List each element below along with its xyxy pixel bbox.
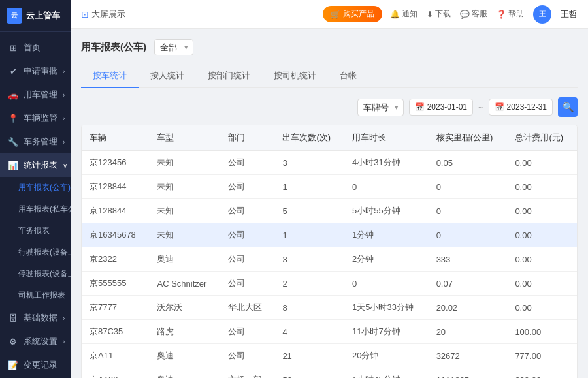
sidebar-item-label: 用车管理 (24, 89, 57, 101)
content: 用车报表(公车) 全部 按车统计 按人统计 按部门统计 按司机统计 台帐 车牌号… (71, 29, 588, 378)
table-row[interactable]: 京16345678未知公司11分钟00.00 (82, 223, 577, 247)
table-cell: 0.00 (507, 151, 577, 175)
table-row[interactable]: 京128844未知公司55小时55分钟00.00 (82, 199, 577, 223)
table-cell: 京87C35 (82, 320, 149, 344)
table-row[interactable]: 京87C35路虎公司411小时7分钟20100.00 (82, 320, 577, 344)
approval-icon: ✔ (8, 67, 18, 76)
download-btn[interactable]: ⬇ 下载 (427, 8, 451, 20)
table-cell: 333 (429, 247, 508, 272)
sidebar-item-car-report-public[interactable]: 用车报表(公车) (0, 177, 71, 198)
notification-btn[interactable]: 🔔 通知 (390, 8, 417, 20)
table-cell: 21 (274, 344, 344, 368)
sidebar-item-statistics[interactable]: 📊 统计报表 ∨ (0, 153, 71, 177)
table-cell: 公司 (220, 223, 274, 247)
sidebar-item-drive-report[interactable]: 行驶报表(设备上传) (0, 242, 71, 263)
sidebar-item-base-data[interactable]: 🗄 基础数据 › (0, 306, 71, 330)
sidebar-item-car-monitor[interactable]: 📍 车辆监管 › (0, 106, 71, 130)
table-cell: 公司 (220, 320, 274, 344)
filter-select-wrap: 全部 (154, 39, 193, 55)
table-cell: 20分钟 (344, 344, 429, 368)
chevron-down-icon: › (63, 138, 65, 146)
table-cell: 1分钟 (344, 223, 429, 247)
filter-date-start[interactable]: 📅 2023-01-01 (409, 99, 473, 116)
table-row[interactable]: 京7777沃尔沃华北大区81天5小时33分钟20.020.00 (82, 296, 577, 320)
search-button[interactable]: 🔍 (558, 97, 578, 117)
table-row[interactable]: 京A123奥迪市场二部561小时45分钟1111805230.00 (82, 368, 577, 379)
topbar-display-label: 大屏展示 (91, 8, 125, 20)
chevron-down-icon: › (63, 315, 65, 322)
table-cell: 路虎 (149, 320, 220, 344)
sidebar-item-sys-settings[interactable]: ⚙ 系统设置 › (0, 330, 71, 353)
sidebar-item-label: 基础数据 (24, 312, 57, 324)
sidebar-item-change-log[interactable]: 📝 变更记录 (0, 353, 71, 377)
chevron-down-icon: › (63, 91, 65, 99)
table-cell: 2 (274, 272, 344, 296)
buy-product-button[interactable]: 🛒 购买产品 (323, 6, 382, 22)
col-duration: 用车时长 (344, 125, 429, 151)
table-cell: 0.00 (507, 223, 577, 247)
table-cell: 0 (429, 175, 508, 199)
filter-field-wrap: 车牌号 (357, 99, 404, 116)
sidebar-item-car-report-private[interactable]: 用车报表(私车公用) (0, 198, 71, 220)
table-cell: 56 (274, 368, 344, 379)
col-cost: 总计费用(元) (507, 125, 577, 151)
table-cell: 京A11 (82, 344, 149, 368)
table-cell: 0 (429, 223, 508, 247)
table-cell: 230.00 (507, 368, 577, 379)
tab-by-car[interactable]: 按车统计 (81, 65, 139, 88)
col-mileage: 核实里程(公里) (429, 125, 508, 151)
page-filter-select[interactable]: 全部 (154, 39, 193, 55)
sidebar-item-driver-report[interactable]: 司机工作报表 (0, 285, 71, 306)
sidebar-item-label: 系统设置 (24, 336, 57, 347)
table-cell: 20.02 (429, 296, 508, 320)
base-data-icon: 🗄 (8, 313, 18, 323)
calendar-icon: 📅 (495, 102, 504, 112)
help-icon: ❓ (497, 10, 506, 19)
sidebar-item-label: 申请审批 (24, 65, 57, 77)
table-cell: 4 (274, 320, 344, 344)
table-row[interactable]: 京555555AC Schnitzer公司200.070.00 (82, 272, 577, 296)
support-icon: 💬 (460, 10, 470, 19)
user-name[interactable]: 王哲 (561, 8, 578, 20)
table-header-row: 车辆 车型 部门 出车次数(次) 用车时长 核实里程(公里) 总计费用(元) (82, 125, 577, 151)
table-cell: 奥迪 (149, 344, 220, 368)
filter-date-end[interactable]: 📅 2023-12-31 (489, 99, 553, 116)
col-type: 车型 (149, 125, 220, 151)
sidebar-item-approval[interactable]: ✔ 申请审批 › (0, 59, 71, 83)
table-cell: 2分钟 (344, 247, 429, 272)
table-cell: 未知 (149, 151, 220, 175)
table-row[interactable]: 京128844未知公司1000.00 (82, 175, 577, 199)
sidebar-item-home[interactable]: ⊞ 首页 (0, 36, 71, 59)
help-btn[interactable]: ❓ 帮助 (497, 8, 524, 20)
filter-field-select[interactable]: 车牌号 (357, 99, 404, 116)
sidebar-item-label: 统计报表 (24, 159, 57, 171)
table-row[interactable]: 京2322奥迪公司32分钟3330.00 (82, 247, 577, 272)
tab-by-person[interactable]: 按人统计 (139, 65, 196, 88)
table-cell: 5 (274, 199, 344, 223)
tab-by-dept[interactable]: 按部门统计 (196, 65, 262, 88)
table-wrap: 车辆 车型 部门 出车次数(次) 用车时长 核实里程(公里) 总计费用(元) 京… (81, 125, 578, 378)
sidebar-item-service-report[interactable]: 车务报表 (0, 220, 71, 242)
display-icon: ⊡ (81, 9, 89, 20)
sidebar-item-car-mgmt[interactable]: 🚗 用车管理 › (0, 83, 71, 106)
table-cell: 公司 (220, 151, 274, 175)
sidebar-item-stop-report[interactable]: 停驶报表(设备上传) (0, 263, 71, 285)
support-btn[interactable]: 💬 客服 (460, 8, 487, 20)
table-cell: 未知 (149, 175, 220, 199)
page-header: 用车报表(公车) 全部 (81, 39, 578, 55)
table-cell: 公司 (220, 272, 274, 296)
table-cell: 0.00 (507, 175, 577, 199)
car-icon: 🚗 (8, 90, 18, 100)
topbar-display-btn[interactable]: ⊡ 大屏展示 (81, 8, 125, 20)
table-row[interactable]: 京123456未知公司34小时31分钟0.050.00 (82, 151, 577, 175)
sidebar-item-car-service[interactable]: 🔧 车务管理 › (0, 130, 71, 153)
table-cell: 华北大区 (220, 296, 274, 320)
service-icon: 🔧 (8, 137, 18, 147)
table-row[interactable]: 京A11奥迪公司2120分钟32672777.00 (82, 344, 577, 368)
avatar[interactable]: 王 (533, 5, 551, 24)
table-cell: 0 (429, 199, 508, 223)
tab-by-driver[interactable]: 按司机统计 (262, 65, 328, 88)
table-cell: 1天5小时33分钟 (344, 296, 429, 320)
tab-ledger[interactable]: 台帐 (328, 65, 368, 88)
table-cell: 0.00 (507, 199, 577, 223)
